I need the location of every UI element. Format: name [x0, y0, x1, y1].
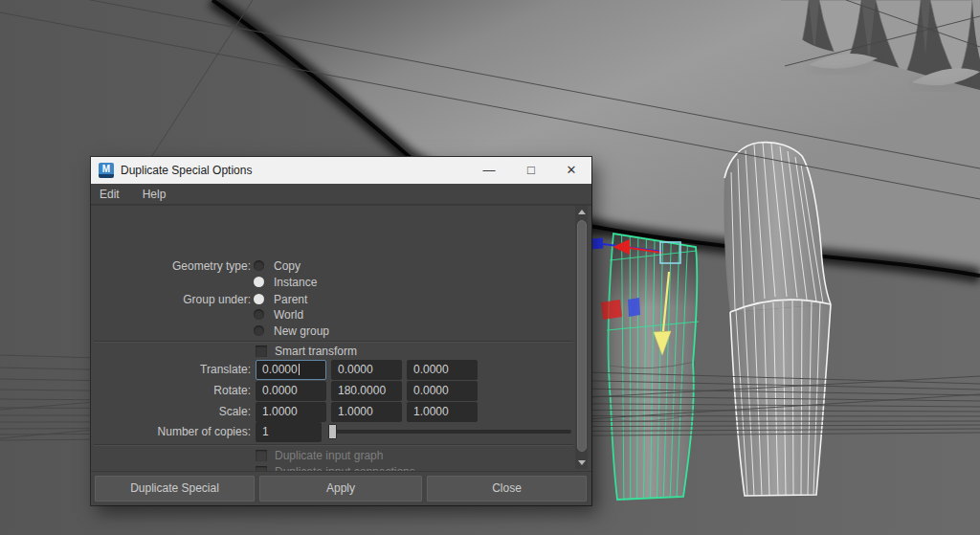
scale-x-field[interactable]: 1.0000 — [256, 402, 326, 422]
rotate-y-field[interactable]: 180.0000 — [331, 381, 402, 401]
manipulator-plane-handle-blue[interactable] — [628, 298, 640, 317]
scale-z-field[interactable]: 1.0000 — [407, 402, 478, 422]
maximize-button[interactable]: □ — [513, 157, 549, 184]
rotate-label: Rotate: — [91, 383, 251, 398]
separator — [94, 341, 573, 343]
number-of-copies-label: Number of copies: — [91, 424, 251, 439]
radio-instance-label[interactable]: Instance — [274, 275, 317, 290]
duplicate-special-button[interactable]: Duplicate Special — [95, 476, 255, 502]
radio-new-group[interactable] — [254, 325, 264, 336]
rotate-x-field[interactable]: 0.0000 — [256, 381, 326, 401]
translate-x-field[interactable]: 0.0000 — [256, 360, 326, 380]
radio-parent[interactable] — [254, 294, 264, 304]
scale-y-field[interactable]: 1.0000 — [331, 402, 402, 422]
copies-slider-track[interactable] — [333, 430, 571, 434]
radio-parent-label[interactable]: Parent — [274, 292, 307, 307]
checkbox-duplicate-input-connections — [256, 466, 267, 472]
checkbox-duplicate-input-graph — [256, 450, 267, 461]
green-instance-leg-mesh[interactable] — [607, 234, 699, 500]
maya-application: M Duplicate Special Options — □ ✕ Edit H… — [0, 0, 980, 535]
menu-help[interactable]: Help — [143, 188, 174, 201]
separator — [94, 444, 573, 446]
radio-new-group-label[interactable]: New group — [274, 323, 329, 339]
radio-world-label[interactable]: World — [274, 307, 303, 323]
scrollbar-up-arrow-icon[interactable] — [575, 206, 588, 218]
duplicate-special-options-dialog: M Duplicate Special Options — □ ✕ Edit H… — [91, 157, 591, 505]
white-original-leg-mesh[interactable] — [724, 143, 831, 496]
manipulator-plane-handle-red[interactable] — [601, 300, 622, 320]
dialog-titlebar[interactable]: M Duplicate Special Options — □ ✕ — [91, 157, 591, 184]
rotate-z-field[interactable]: 0.0000 — [407, 381, 478, 401]
copies-slider-handle[interactable] — [328, 424, 337, 439]
duplicate-input-graph-label: Duplicate input graph — [275, 448, 383, 463]
menu-edit[interactable]: Edit — [100, 188, 127, 201]
close-button[interactable]: Close — [427, 476, 587, 502]
geometry-type-label: Geometry type: — [91, 258, 251, 274]
translate-y-field[interactable]: 0.0000 — [331, 360, 402, 380]
apply-button[interactable]: Apply — [259, 476, 422, 502]
radio-copy-label[interactable]: Copy — [274, 258, 301, 274]
scrollbar-thumb[interactable] — [577, 220, 587, 452]
dialog-menubar: Edit Help — [91, 184, 591, 205]
translate-z-field[interactable]: 0.0000 — [407, 360, 478, 380]
manipulator-z-handle[interactable] — [590, 238, 604, 250]
translate-label: Translate: — [91, 362, 251, 377]
smart-transform-label[interactable]: Smart transform — [275, 344, 357, 359]
scrollbar-down-arrow-icon[interactable] — [575, 457, 588, 469]
close-window-button[interactable]: ✕ — [553, 157, 590, 184]
group-under-label: Group under: — [91, 292, 251, 307]
minimize-button[interactable]: — — [471, 157, 507, 184]
maya-app-icon: M — [99, 163, 114, 178]
radio-copy[interactable] — [254, 260, 264, 271]
checkbox-smart-transform[interactable] — [256, 346, 267, 357]
duplicate-input-connections-label: Duplicate input connections — [275, 464, 415, 472]
number-of-copies-field[interactable]: 1 — [256, 422, 322, 442]
scale-label: Scale: — [91, 404, 251, 419]
dialog-title: Duplicate Special Options — [121, 164, 252, 177]
dialog-scrollbar[interactable] — [575, 206, 588, 469]
options-scroll-area: Geometry type: Copy Instance Group under… — [91, 205, 591, 472]
radio-world[interactable] — [254, 309, 264, 320]
radio-instance[interactable] — [254, 277, 264, 287]
text-caret — [299, 364, 300, 375]
